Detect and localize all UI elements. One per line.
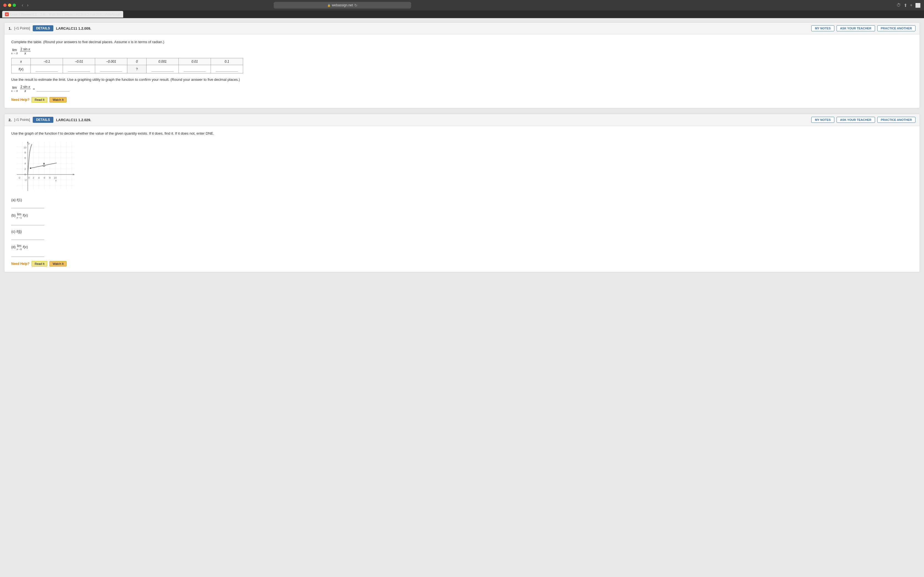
ask-teacher-button-1[interactable]: ASK YOUR TEACHER: [837, 25, 875, 31]
table-cell-neg0001: [95, 65, 127, 73]
details-button-2[interactable]: DETAILS: [33, 117, 53, 123]
question-number-2: 2.: [8, 118, 11, 122]
table-cell-neg01: [31, 65, 63, 73]
my-notes-button-2[interactable]: MY NOTES: [811, 117, 834, 123]
refresh-icon[interactable]: ↻: [354, 3, 357, 7]
table-header-001: 0.01: [179, 58, 211, 65]
need-help-label-1: Need Help?: [11, 98, 29, 102]
need-help-label-2: Need Help?: [11, 262, 29, 266]
result-lim-label: lim x → 0: [11, 85, 18, 92]
values-table-1: x −0.1 −0.01 −0.001 0 0.001 0.01 0.1 f(x…: [11, 58, 243, 73]
close-button[interactable]: [3, 3, 6, 7]
need-help-section-1: Need Help? Read It Watch It: [11, 97, 913, 103]
read-it-button-1[interactable]: Read It: [32, 97, 47, 103]
y-label-4: 4: [24, 162, 26, 165]
back-arrow[interactable]: ‹: [20, 2, 24, 8]
answer-row-d: (d) lim x→6 f(x): [11, 244, 913, 257]
question-points-1: [-/1 Points]: [14, 26, 30, 30]
ask-teacher-button-2[interactable]: ASK YOUR TEACHER: [837, 117, 875, 123]
x-axis-label: x: [55, 179, 57, 182]
navigation-arrows: ‹ ›: [20, 2, 30, 8]
window-controls: [3, 3, 16, 7]
x-label-6: 6: [44, 176, 45, 179]
table-input-neg01[interactable]: [36, 66, 58, 72]
part-d-label: (d) lim x→6 f(x): [11, 244, 913, 251]
result-limit-expression: lim x → 0 2 sin x x =: [11, 85, 913, 93]
table-header-0001: 0.001: [147, 58, 179, 65]
question-instruction-1: Complete the table. (Round your answers …: [11, 40, 913, 44]
question-number-1: 1.: [8, 26, 11, 31]
result-input[interactable]: [37, 86, 69, 92]
problem-code-2: LARCALC11 1.2.029.: [56, 118, 91, 122]
answer-input-d[interactable]: [11, 252, 44, 257]
table-cell-neg001: [63, 65, 95, 73]
tab-overview-icon[interactable]: ⬜: [915, 3, 921, 8]
favicon: W: [5, 12, 9, 16]
answer-input-b[interactable]: [11, 220, 44, 225]
read-it-button-2[interactable]: Read It: [32, 261, 47, 266]
table-cell-001: [179, 65, 211, 73]
part-c-label: (c) f(6): [11, 229, 913, 234]
question-header-2: 2. [-/1 Points] DETAILS LARCALC11 1.2.02…: [5, 114, 919, 126]
table-input-neg001[interactable]: [68, 66, 90, 72]
table-input-0001[interactable]: [152, 66, 173, 72]
y-label-10: 10: [24, 146, 26, 149]
table-header-neg01: −0.1: [31, 58, 63, 65]
lim-label-1: lim x → 0: [11, 48, 18, 55]
maximize-button[interactable]: [13, 3, 16, 7]
page-content: 1. [-/1 Points] DETAILS LARCALC11 1.2.00…: [0, 18, 924, 577]
question-body-1: Complete the table. (Round your answers …: [5, 34, 919, 108]
active-tab[interactable]: W Exam 1 Review (1.1 – 2.5) – Math 1411,…: [2, 11, 123, 18]
x-label-8: 8: [49, 176, 51, 179]
question-points-2: [-/1 Points]: [14, 118, 30, 122]
table-header-01: 0.1: [211, 58, 243, 65]
x-label-10: 10: [54, 176, 57, 179]
header-actions-1: MY NOTES ASK YOUR TEACHER PRACTICE ANOTH…: [811, 25, 916, 31]
tab-bar: W Exam 1 Review (1.1 – 2.5) – Math 1411,…: [0, 10, 924, 18]
forward-arrow[interactable]: ›: [26, 2, 30, 8]
tab-title: Exam 1 Review (1.1 – 2.5) – Math 1411, s…: [10, 13, 120, 16]
question-header-1: 1. [-/1 Points] DETAILS LARCALC11 1.2.00…: [5, 23, 919, 34]
y-label-6: 6: [24, 156, 26, 160]
new-tab-icon[interactable]: +: [910, 3, 913, 8]
part-b-label: (b) lim x→1 f(x): [11, 213, 913, 219]
answer-row-c: (c) f(6): [11, 229, 913, 240]
answer-input-a[interactable]: [11, 203, 44, 208]
answer-input-c[interactable]: [11, 235, 44, 240]
practice-another-button-2[interactable]: PRACTICE ANOTHER: [877, 117, 916, 123]
browser-action-icons: ⏱ ⬆ + ⬜: [897, 3, 921, 8]
limit-expression-1: lim x → 0 2 sin x x: [11, 47, 913, 55]
x-label-2: 2: [33, 176, 34, 179]
table-fx-label: f(x): [11, 65, 31, 73]
time-icon[interactable]: ⏱: [897, 3, 901, 8]
table-input-001[interactable]: [184, 66, 206, 72]
table-header-x: x: [11, 58, 31, 65]
lock-icon: 🔒: [327, 4, 331, 7]
browser-chrome: ‹ › 🔒 webassign.net ↻ ⏱ ⬆ + ⬜: [0, 0, 924, 10]
my-notes-button-1[interactable]: MY NOTES: [811, 25, 834, 31]
practice-another-button-1[interactable]: PRACTICE ANOTHER: [877, 25, 916, 31]
table-header-neg0001: −0.001: [95, 58, 127, 65]
y-label-neg2: -2: [24, 179, 27, 181]
table-header-neg001: −0.01: [63, 58, 95, 65]
details-button-1[interactable]: DETAILS: [33, 25, 53, 31]
y-label-0: 0: [24, 173, 26, 176]
part-a-label: (a) f(1): [11, 198, 913, 202]
x-label-neg2: -2: [18, 176, 20, 179]
watch-it-button-2[interactable]: Watch It: [50, 261, 66, 266]
table-cell-zero: ?: [127, 65, 147, 73]
watch-it-button-1[interactable]: Watch It: [50, 97, 66, 103]
url-text: webassign.net: [332, 3, 353, 7]
table-cell-01: [211, 65, 243, 73]
table-header-zero: 0: [127, 58, 147, 65]
header-actions-2: MY NOTES ASK YOUR TEACHER PRACTICE ANOTH…: [811, 117, 916, 123]
address-bar[interactable]: 🔒 webassign.net ↻: [274, 2, 411, 8]
result-instruction: Use the result to estimate the limit. Us…: [11, 77, 913, 82]
table-input-01[interactable]: [216, 66, 238, 72]
table-input-neg0001[interactable]: [100, 66, 122, 72]
share-icon[interactable]: ⬆: [904, 3, 907, 8]
need-help-section-2: Need Help? Read It Watch It: [11, 261, 913, 266]
minimize-button[interactable]: [8, 3, 11, 7]
y-label-2: 2: [24, 168, 26, 170]
result-fraction: 2 sin x x: [20, 85, 31, 93]
